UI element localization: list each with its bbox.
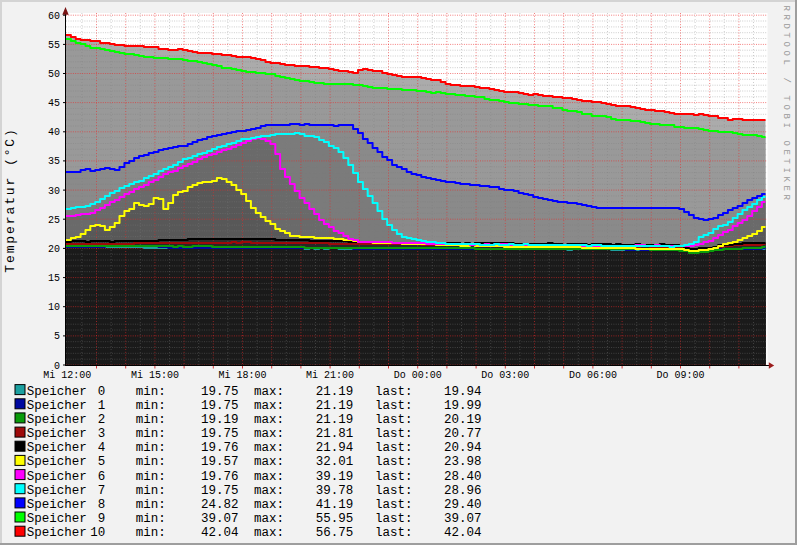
svg-text:29.40: 29.40 [444,498,482,512]
svg-text:min:: min: [136,427,166,441]
svg-text:max:: max: [254,427,284,441]
svg-text:55.95: 55.95 [316,512,354,526]
svg-text:19.75: 19.75 [201,385,239,399]
svg-text:Speicher: Speicher [27,413,87,427]
svg-text:39.19: 39.19 [316,470,354,484]
svg-text:min:: min: [136,498,166,512]
svg-text:21.19: 21.19 [316,399,354,413]
svg-text:21.94: 21.94 [316,441,354,455]
svg-text:last:: last: [375,526,413,540]
svg-text:19.75: 19.75 [201,427,239,441]
svg-text:Temperatur (°C): Temperatur (°C) [3,127,18,273]
svg-text:Do 00:00: Do 00:00 [394,370,442,381]
svg-text:1: 1 [98,399,106,413]
svg-text:2: 2 [98,413,106,427]
svg-text:60: 60 [48,11,60,22]
svg-text:Speicher: Speicher [27,470,87,484]
svg-text:7: 7 [98,484,106,498]
svg-text:19.57: 19.57 [201,455,239,469]
svg-text:23.98: 23.98 [444,455,482,469]
svg-text:last:: last: [375,470,413,484]
svg-text:8: 8 [98,498,106,512]
svg-text:Do 09:00: Do 09:00 [656,370,704,381]
svg-text:20.77: 20.77 [444,427,482,441]
svg-text:last:: last: [375,385,413,399]
svg-text:last:: last: [375,399,413,413]
svg-text:max:: max: [254,512,284,526]
svg-text:Speicher: Speicher [27,526,87,540]
svg-text:56.75: 56.75 [316,526,354,540]
svg-text:5: 5 [54,331,60,342]
svg-text:10: 10 [90,526,105,540]
svg-text:45: 45 [48,98,60,109]
svg-text:21.81: 21.81 [316,427,354,441]
svg-text:min:: min: [136,441,166,455]
svg-text:32.01: 32.01 [316,455,354,469]
svg-text:Speicher: Speicher [27,399,87,413]
svg-text:39.07: 39.07 [201,512,239,526]
svg-text:Do 06:00: Do 06:00 [569,370,617,381]
svg-text:Speicher: Speicher [27,427,87,441]
svg-text:min:: min: [136,512,166,526]
svg-text:max:: max: [254,455,284,469]
svg-text:28.40: 28.40 [444,470,482,484]
svg-text:Speicher: Speicher [27,484,87,498]
svg-text:19.99: 19.99 [444,399,482,413]
svg-text:last:: last: [375,427,413,441]
svg-text:Speicher: Speicher [27,512,87,526]
svg-text:Speicher: Speicher [27,455,87,469]
svg-text:max:: max: [254,399,284,413]
svg-text:39.78: 39.78 [316,484,354,498]
svg-text:min:: min: [136,455,166,469]
svg-text:min:: min: [136,413,166,427]
svg-text:10: 10 [48,302,60,313]
svg-text:40: 40 [48,127,60,138]
svg-text:Mi 18:00: Mi 18:00 [218,370,266,381]
svg-text:last:: last: [375,484,413,498]
svg-text:6: 6 [98,470,106,484]
svg-text:max:: max: [254,484,284,498]
svg-text:last:: last: [375,455,413,469]
svg-text:28.96: 28.96 [444,484,482,498]
svg-text:42.04: 42.04 [444,526,482,540]
svg-text:21.19: 21.19 [316,413,354,427]
svg-text:max:: max: [254,413,284,427]
svg-text:min:: min: [136,385,166,399]
svg-text:42.04: 42.04 [201,526,239,540]
svg-text:3: 3 [98,427,106,441]
svg-text:41.19: 41.19 [316,498,354,512]
svg-text:last:: last: [375,413,413,427]
svg-text:9: 9 [98,512,106,526]
svg-text:15: 15 [48,273,60,284]
svg-text:4: 4 [98,441,106,455]
svg-text:19.76: 19.76 [201,470,239,484]
svg-text:Do 03:00: Do 03:00 [481,370,529,381]
svg-text:last:: last: [375,441,413,455]
svg-text:30: 30 [48,186,60,197]
svg-text:20.19: 20.19 [444,413,482,427]
svg-text:last:: last: [375,498,413,512]
svg-text:max:: max: [254,526,284,540]
svg-text:35: 35 [48,156,60,167]
svg-text:19.76: 19.76 [201,441,239,455]
svg-text:21.19: 21.19 [316,385,354,399]
svg-text:50: 50 [48,69,60,80]
svg-text:25: 25 [48,215,60,226]
svg-text:last:: last: [375,512,413,526]
svg-text:max:: max: [254,385,284,399]
svg-text:19.19: 19.19 [201,413,239,427]
svg-text:Mi 15:00: Mi 15:00 [131,370,179,381]
svg-text:max:: max: [254,441,284,455]
svg-text:Speicher: Speicher [27,441,87,455]
svg-text:min:: min: [136,470,166,484]
svg-text:5: 5 [98,455,106,469]
svg-text:55: 55 [48,40,60,51]
svg-text:19.75: 19.75 [201,484,239,498]
svg-text:0: 0 [98,385,106,399]
svg-text:19.94: 19.94 [444,385,482,399]
svg-text:Mi 12:00: Mi 12:00 [43,370,91,381]
svg-text:min:: min: [136,484,166,498]
svg-text:Mi 21:00: Mi 21:00 [306,370,354,381]
svg-text:24.82: 24.82 [201,498,239,512]
svg-text:min:: min: [136,526,166,540]
